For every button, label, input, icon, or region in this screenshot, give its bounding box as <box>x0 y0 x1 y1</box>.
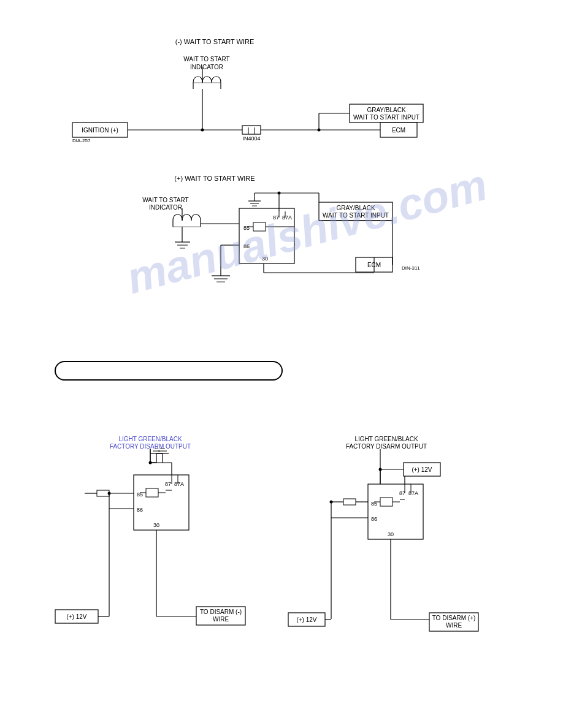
diag2-gray-black-label: GRAY/BLACK <box>336 205 375 211</box>
diag3r-relay-86: 86 <box>371 516 377 522</box>
diag2-indicator-label2: INDICATOR <box>149 204 182 211</box>
diag1-ignition-label: IGNITION (+) <box>82 127 118 134</box>
diag3l-relay-87: 87 <box>165 481 171 487</box>
diag3l-relay-30: 30 <box>153 522 159 528</box>
svg-rect-56 <box>55 362 282 380</box>
svg-rect-32 <box>253 222 266 231</box>
circuit-diagrams: (-) WAIT TO START WIRE WAIT TO START IND… <box>0 0 563 728</box>
diag3r-12v-top-label: (+) 12V <box>412 466 432 473</box>
diag3r-12v-label: (+) 12V <box>296 616 316 623</box>
diag1-indicator-label2: INDICATOR <box>190 64 223 70</box>
svg-rect-63 <box>146 488 158 497</box>
svg-point-102 <box>330 501 333 504</box>
svg-point-41 <box>278 192 281 195</box>
diag3r-factory-label2: FACTORY DISARM OUTPUT <box>346 443 427 450</box>
svg-rect-89 <box>380 498 393 506</box>
diag3l-factory-label: LIGHT GREEN/BLACK <box>118 436 182 442</box>
diagram1-title: (-) WAIT TO START WIRE <box>175 38 255 45</box>
diag3r-relay-87a: 87A <box>408 490 418 496</box>
diag3r-relay-30: 30 <box>388 531 394 537</box>
page: manualshive.com (-) WAIT TO START WIRE W… <box>0 0 563 728</box>
diag2-ref: DIN-311 <box>402 265 420 271</box>
diag1-indicator-label: WAIT TO START <box>183 56 229 63</box>
diag3r-disarm-label: TO DISARM (+) <box>432 615 476 621</box>
svg-rect-73 <box>97 490 109 496</box>
diag2-wts-input-label: WAIT TO START INPUT <box>323 212 389 219</box>
diag2-relay-30: 30 <box>262 256 268 262</box>
diag3l-disarm-label2: WIRE <box>213 616 229 623</box>
svg-rect-9 <box>242 126 261 134</box>
diag2-relay-85: 85 <box>243 225 250 231</box>
diag2-relay-87: 87 <box>273 214 279 221</box>
diagram2-title: (+) WAIT TO START WIRE <box>174 175 255 182</box>
diag3r-disarm-label2: WIRE <box>446 622 462 629</box>
diag3l-relay-87a: 87A <box>174 481 184 487</box>
diag2-relay-86: 86 <box>243 243 250 249</box>
diag2-indicator-label: WAIT TO START <box>142 197 188 203</box>
diag1-wts-input-label: WAIT TO START INPUT <box>353 114 419 121</box>
diag2-relay-87a: 87A <box>282 214 292 221</box>
diag1-gray-black-label: GRAY/BLACK <box>367 107 405 113</box>
diag1-ref: DIA-257 <box>72 138 91 143</box>
diag3l-factory-label2: FACTORY DISARM OUTPUT <box>110 443 191 450</box>
diag3l-disarm-label: TO DISARM (-) <box>200 609 242 615</box>
diag3l-12v-label: (+) 12V <box>66 613 86 620</box>
diag1-diode-label: IN4004 <box>242 135 260 142</box>
diag1-ecm-label: ECM <box>392 127 405 134</box>
diag3l-relay-86: 86 <box>137 507 143 513</box>
diag3r-factory-label: LIGHT GREEN/BLACK <box>354 436 418 442</box>
svg-rect-97 <box>343 499 356 505</box>
svg-point-78 <box>108 492 111 495</box>
